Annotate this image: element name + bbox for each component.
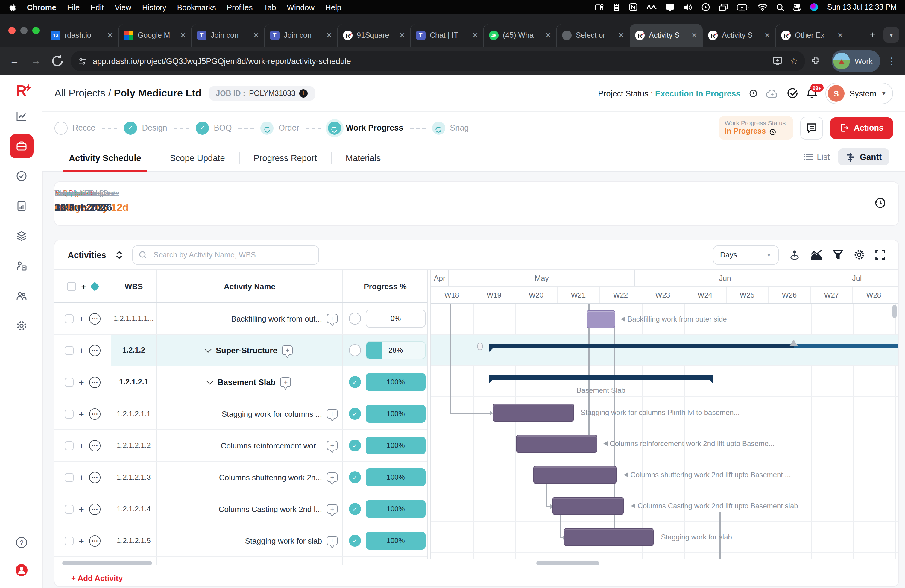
- collapse-rows-icon[interactable]: [115, 250, 124, 259]
- row-menu-button[interactable]: •••: [89, 345, 101, 356]
- status-circle[interactable]: ✓: [349, 535, 361, 547]
- sidebar-item-projects[interactable]: [9, 134, 33, 158]
- menu-view[interactable]: View: [114, 3, 132, 12]
- status-circle[interactable]: ✓: [349, 471, 361, 483]
- table-row[interactable]: +•••1.2.1.1.1.1...Backfilling work from …: [54, 303, 427, 335]
- view-toggle-list[interactable]: List: [803, 152, 830, 162]
- milestone-diamond-icon[interactable]: [90, 281, 100, 291]
- fullscreen-icon[interactable]: [875, 250, 885, 260]
- menu-window[interactable]: Window: [287, 3, 315, 12]
- add-subtask-button[interactable]: +: [79, 440, 84, 451]
- baseline-chart-icon[interactable]: [810, 250, 822, 260]
- browser-tab[interactable]: T Join con ✕: [265, 24, 338, 47]
- table-row[interactable]: +•••1.2.1.2Super-Structure+28%: [54, 335, 427, 366]
- row-checkbox[interactable]: [64, 409, 73, 418]
- table-row[interactable]: +•••1.2.1.2.1.1Stagging work for columns…: [54, 398, 427, 430]
- bookmark-star-icon[interactable]: ☆: [790, 56, 798, 67]
- gantt-summary-bar[interactable]: [489, 344, 794, 348]
- add-subtask-button[interactable]: +: [79, 536, 84, 546]
- gantt-bar[interactable]: [533, 466, 617, 484]
- add-subtask-button[interactable]: +: [79, 345, 84, 355]
- notion-icon[interactable]: [629, 3, 637, 11]
- sidebar-help-icon[interactable]: ?: [9, 531, 33, 555]
- workflow-step[interactable]: Snag: [432, 121, 468, 134]
- comment-add-button[interactable]: +: [327, 314, 338, 323]
- sidebar-record-icon[interactable]: [9, 558, 33, 582]
- filter-icon[interactable]: [833, 250, 843, 260]
- add-subtask-button[interactable]: +: [79, 377, 84, 387]
- comment-add-button[interactable]: +: [282, 345, 293, 355]
- add-subtask-button[interactable]: +: [79, 408, 84, 419]
- status-history-icon[interactable]: [748, 89, 758, 98]
- row-menu-button[interactable]: •••: [89, 440, 101, 451]
- schedule-history-icon[interactable]: [873, 196, 886, 210]
- workflow-step[interactable]: ✓ Design: [124, 121, 167, 134]
- menu-tab[interactable]: Tab: [264, 3, 276, 12]
- teams-status-icon[interactable]: [595, 3, 604, 11]
- workflow-step[interactable]: Work Progress: [328, 121, 403, 134]
- workflow-step[interactable]: Order: [261, 121, 299, 134]
- comment-add-button[interactable]: +: [327, 536, 338, 545]
- report-tab[interactable]: Progress Report: [240, 144, 331, 172]
- play-status-icon[interactable]: [702, 3, 710, 11]
- report-tab[interactable]: Scope Update: [156, 144, 240, 172]
- select-all-checkbox[interactable]: [67, 282, 76, 291]
- sidebar-item-settings[interactable]: [9, 314, 33, 338]
- status-circle[interactable]: ✓: [349, 408, 361, 420]
- sidebar-item-layers[interactable]: [9, 224, 33, 248]
- comments-button[interactable]: [800, 116, 823, 139]
- sidebar-item-team[interactable]: [9, 284, 33, 308]
- tab-close-icon[interactable]: ✕: [326, 31, 332, 40]
- task-check-icon[interactable]: [786, 87, 799, 99]
- progress-pill[interactable]: 28%: [366, 341, 426, 359]
- progress-pill[interactable]: 100%: [366, 373, 426, 391]
- vertical-scrollbar[interactable]: [892, 305, 897, 318]
- progress-pill[interactable]: 0%: [366, 310, 426, 327]
- row-checkbox[interactable]: [64, 314, 73, 323]
- comment-add-button[interactable]: +: [327, 441, 338, 450]
- sidebar-item-site-management[interactable]: [9, 254, 33, 278]
- sidebar-item-approvals[interactable]: [9, 164, 33, 188]
- browser-tab[interactable]: 13 rdash.io ✕: [46, 24, 119, 47]
- column-header-activity[interactable]: Activity Name: [157, 270, 343, 302]
- status-circle[interactable]: ✓: [349, 376, 361, 388]
- reload-button[interactable]: [49, 53, 66, 70]
- tab-close-icon[interactable]: ✕: [837, 31, 843, 40]
- browser-tab[interactable]: R Activity S ✕: [630, 24, 703, 47]
- cloud-sync-icon[interactable]: [765, 88, 779, 99]
- chevron-down-icon[interactable]: [206, 378, 213, 385]
- table-row[interactable]: +•••1.2.1.2.1Basement Slab+✓100%: [54, 366, 427, 398]
- row-checkbox[interactable]: [64, 441, 73, 450]
- browser-tab[interactable]: R 91Square ✕: [338, 24, 411, 47]
- row-menu-button[interactable]: •••: [89, 376, 101, 388]
- gantt-horizontal-scrollbar[interactable]: [536, 561, 599, 565]
- gantt-bar[interactable]: [516, 435, 597, 453]
- status-circle[interactable]: ✓: [349, 503, 361, 515]
- volume-icon[interactable]: [684, 3, 692, 11]
- table-horizontal-scrollbar[interactable]: [62, 561, 152, 565]
- sidebar-item-analytics[interactable]: [9, 104, 33, 128]
- breadcrumb[interactable]: All Projects / Poly Medicure Ltd: [54, 87, 202, 99]
- row-menu-button[interactable]: •••: [89, 408, 101, 420]
- gantt-bar[interactable]: [564, 528, 654, 546]
- profile-chip[interactable]: Work: [832, 50, 880, 72]
- row-checkbox[interactable]: [64, 504, 73, 513]
- signature-app-icon[interactable]: [646, 3, 657, 11]
- timescale-select[interactable]: Days▼: [713, 245, 779, 264]
- extensions-icon[interactable]: [810, 55, 822, 67]
- status-circle[interactable]: [349, 313, 361, 324]
- rdash-logo[interactable]: R: [16, 83, 27, 98]
- tab-close-icon[interactable]: ✕: [180, 31, 186, 40]
- tab-close-icon[interactable]: ✕: [472, 31, 478, 40]
- row-checkbox[interactable]: [64, 536, 73, 545]
- status-circle[interactable]: ✓: [349, 440, 361, 451]
- display-icon[interactable]: [665, 3, 675, 11]
- progress-pill[interactable]: 100%: [366, 405, 426, 423]
- row-menu-button[interactable]: •••: [89, 503, 101, 515]
- breadcrumb-root[interactable]: All Projects /: [54, 87, 114, 99]
- comment-add-button[interactable]: +: [280, 377, 291, 387]
- row-menu-button[interactable]: •••: [89, 472, 101, 483]
- wifi-icon[interactable]: [758, 3, 767, 11]
- progress-pill[interactable]: 100%: [366, 500, 426, 518]
- browser-tab[interactable]: R Activity S ✕: [703, 24, 776, 47]
